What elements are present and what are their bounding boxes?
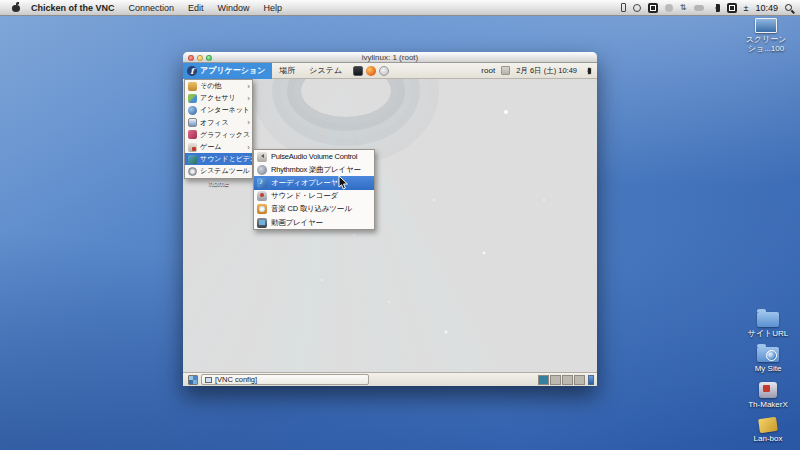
- apple-icon[interactable]: [12, 3, 21, 12]
- menu-item-label: システムツール: [200, 166, 250, 176]
- submenu-item-sound-recorder[interactable]: サウンド・レコーダ: [254, 190, 374, 203]
- desktop-icon-my-site[interactable]: My Site: [740, 347, 796, 373]
- menu-item-graphics[interactable]: グラフィックス ›: [185, 129, 252, 141]
- menu-item-accessories[interactable]: アクセサリ ›: [185, 92, 252, 104]
- menu-item-label: サウンドとビデオ: [200, 154, 252, 164]
- desktop-icon-site-url[interactable]: サイトURL: [740, 312, 796, 338]
- submenu-arrow-icon: ›: [247, 118, 250, 127]
- window-titlebar[interactable]: ivylinux: 1 (root): [183, 52, 597, 63]
- trash-applet-icon[interactable]: [588, 375, 594, 385]
- submenu-item-pulseaudio[interactable]: PulseAudio Volume Control: [254, 150, 374, 163]
- clock[interactable]: 10:49: [755, 3, 778, 13]
- games-category-icon: [188, 143, 197, 152]
- icon-label: サイトURL: [740, 329, 796, 338]
- menu-item-label: ゲーム: [200, 142, 221, 152]
- desktop-icon-screenshot[interactable]: スクリーン ショ...100: [738, 18, 794, 53]
- workspace-3[interactable]: [562, 375, 573, 385]
- submenu-item-rhythmbox[interactable]: Rhythmbox 楽曲プレイヤー: [254, 163, 374, 176]
- menu-edit[interactable]: Edit: [188, 3, 204, 13]
- menu-item-label: その他: [200, 81, 221, 91]
- submenu-item-label: 音楽 CD 取り込みツール: [271, 204, 352, 214]
- panel-launchers: [353, 66, 389, 76]
- keyboard-layout-icon[interactable]: [727, 3, 737, 13]
- spotlight-icon[interactable]: [785, 4, 792, 11]
- office-category-icon: [188, 118, 197, 127]
- places-menu-button[interactable]: 場所: [272, 65, 302, 76]
- menu-item-label: オフィス: [200, 118, 229, 128]
- screen: Chicken of the VNC Connection Edit Windo…: [0, 0, 800, 450]
- menu-item-label: グラフィックス: [200, 130, 250, 140]
- icon-label: ショ...100: [748, 44, 784, 53]
- dim-status-icon[interactable]: [665, 4, 673, 12]
- menu-help[interactable]: Help: [264, 3, 283, 13]
- plusminus-indicator: ±: [744, 3, 749, 13]
- icon-label: Th-MakerX: [740, 400, 796, 409]
- submenu-item-label: オーディオプレーヤー: [271, 178, 345, 188]
- desktop-icon-th-makerx[interactable]: Th-MakerX: [740, 382, 796, 409]
- menu-item-other[interactable]: その他 ›: [185, 80, 252, 92]
- vnc-taskbar: [VNC config]: [183, 372, 597, 386]
- icon-label: Lan-box: [740, 434, 796, 443]
- sound-video-submenu: PulseAudio Volume Control Rhythmbox 楽曲プレ…: [253, 149, 375, 230]
- submenu-item-cd-ripper[interactable]: 音楽 CD 取り込みツール: [254, 203, 374, 216]
- submenu-arrow-icon: ›: [247, 143, 250, 152]
- dim-oval-icon[interactable]: [694, 5, 704, 11]
- sound-video-category-icon: [188, 155, 197, 164]
- panel-clock[interactable]: 2月 6日 (土) 10:49: [516, 66, 577, 76]
- submenu-item-label: Rhythmbox 楽曲プレイヤー: [271, 165, 361, 175]
- updown-arrows-icon[interactable]: ⇅: [680, 3, 687, 12]
- gnome-panel: f アプリケーション 場所 システム root 2月 6日 (土) 10:49: [183, 63, 597, 79]
- battery-icon[interactable]: [621, 3, 626, 12]
- applications-dropdown-menu: その他 › アクセサリ › インターネット › オフィス ›: [184, 79, 253, 179]
- submenu-item-movie-player[interactable]: 動画プレイヤー: [254, 216, 374, 229]
- submenu-item-label: サウンド・レコーダ: [271, 191, 338, 201]
- menubar-status-area: ⇅ ± 10:49: [621, 3, 800, 13]
- taskbar-button-label: [VNC config]: [215, 375, 257, 384]
- workspace-2[interactable]: [550, 375, 561, 385]
- taskbar-window-button[interactable]: [VNC config]: [201, 374, 369, 385]
- terminal-icon[interactable]: [353, 66, 363, 76]
- vnc-window: ivylinux: 1 (root) f アプリケーション 場所 システム ro…: [183, 52, 597, 386]
- workspace-switcher: [538, 375, 595, 385]
- workspace-4[interactable]: [574, 375, 585, 385]
- icon-label: My Site: [740, 364, 796, 373]
- window-icon: [205, 377, 212, 383]
- input-method-icon[interactable]: [648, 3, 658, 13]
- menu-item-games[interactable]: ゲーム ›: [185, 141, 252, 153]
- firefox-icon[interactable]: [366, 66, 376, 76]
- system-menu-button[interactable]: システム: [302, 65, 349, 76]
- menu-item-internet[interactable]: インターネット ›: [185, 104, 252, 116]
- workspace-1[interactable]: [538, 375, 549, 385]
- window-title: ivylinux: 1 (root): [183, 53, 597, 62]
- menu-item-label: インターネット: [200, 105, 250, 115]
- desktop-icon-lan-box[interactable]: Lan-box: [740, 418, 796, 443]
- applications-menu-button[interactable]: f アプリケーション: [183, 63, 272, 79]
- notification-icon[interactable]: [501, 66, 510, 75]
- menu-item-label: アクセサリ: [200, 93, 236, 103]
- menu-item-system-tools[interactable]: システムツール ›: [185, 165, 252, 177]
- screenshot-file-icon: [755, 18, 777, 33]
- submenu-arrow-icon: ›: [247, 82, 250, 91]
- timemachine-circle-icon[interactable]: [633, 4, 641, 12]
- mouse-cursor-icon: [338, 176, 350, 190]
- app-icon: [759, 382, 777, 398]
- internet-category-icon: [188, 106, 197, 115]
- volume-icon[interactable]: [711, 4, 720, 12]
- applications-menu-label: アプリケーション: [200, 65, 265, 76]
- rhythmbox-icon: [257, 165, 267, 175]
- menu-window[interactable]: Window: [218, 3, 250, 13]
- panel-volume-icon[interactable]: [584, 67, 591, 73]
- show-desktop-icon[interactable]: [188, 375, 198, 385]
- menu-connection[interactable]: Connection: [129, 3, 175, 13]
- menu-item-office[interactable]: オフィス ›: [185, 117, 252, 129]
- folder-globe-icon: [757, 347, 779, 362]
- panel-status-area: root 2月 6日 (土) 10:49: [481, 66, 597, 76]
- help-icon[interactable]: [379, 66, 389, 76]
- home-folder-label[interactable]: home: [199, 179, 239, 188]
- menu-item-sound-video[interactable]: サウンドとビデオ ›: [185, 153, 252, 165]
- mac-menubar: Chicken of the VNC Connection Edit Windo…: [0, 0, 800, 16]
- username-label: root: [481, 66, 495, 75]
- submenu-item-audio-player[interactable]: オーディオプレーヤー: [254, 176, 374, 189]
- app-menu-title[interactable]: Chicken of the VNC: [31, 3, 115, 13]
- box-icon: [758, 417, 778, 433]
